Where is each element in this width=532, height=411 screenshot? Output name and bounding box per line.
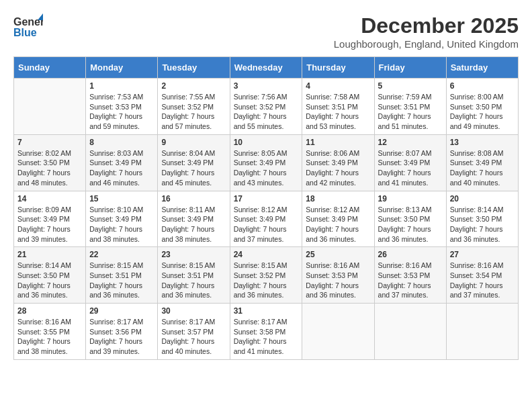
week-row-3: 14Sunrise: 8:09 AMSunset: 3:49 PMDayligh… bbox=[14, 191, 519, 247]
day-number: 22 bbox=[89, 250, 154, 259]
day-cell: 15Sunrise: 8:10 AMSunset: 3:49 PMDayligh… bbox=[86, 191, 158, 247]
day-number: 26 bbox=[378, 250, 443, 259]
day-cell: 24Sunrise: 8:15 AMSunset: 3:52 PMDayligh… bbox=[230, 247, 302, 304]
day-info: Sunrise: 8:14 AMSunset: 3:50 PMDaylight:… bbox=[450, 205, 515, 244]
col-header-thursday: Thursday bbox=[302, 57, 374, 79]
day-number: 3 bbox=[234, 81, 299, 91]
day-cell: 23Sunrise: 8:15 AMSunset: 3:51 PMDayligh… bbox=[158, 247, 230, 304]
day-cell: 12Sunrise: 8:07 AMSunset: 3:49 PMDayligh… bbox=[374, 134, 446, 191]
day-info: Sunrise: 8:17 AMSunset: 3:57 PMDaylight:… bbox=[161, 317, 226, 357]
week-row-1: 1Sunrise: 7:53 AMSunset: 3:53 PMDaylight… bbox=[14, 79, 519, 135]
day-cell: 1Sunrise: 7:53 AMSunset: 3:53 PMDaylight… bbox=[86, 79, 158, 135]
day-info: Sunrise: 8:17 AMSunset: 3:58 PMDaylight:… bbox=[234, 317, 299, 357]
day-cell: 7Sunrise: 8:02 AMSunset: 3:50 PMDaylight… bbox=[14, 134, 86, 191]
day-number: 7 bbox=[17, 138, 82, 147]
title-block: December 2025 Loughborough, England, Uni… bbox=[334, 13, 519, 50]
day-cell: 8Sunrise: 8:03 AMSunset: 3:49 PMDaylight… bbox=[86, 134, 158, 191]
day-cell: 31Sunrise: 8:17 AMSunset: 3:58 PMDayligh… bbox=[230, 304, 302, 360]
day-cell bbox=[446, 304, 518, 360]
day-info: Sunrise: 8:10 AMSunset: 3:49 PMDaylight:… bbox=[89, 205, 154, 244]
day-info: Sunrise: 8:16 AMSunset: 3:53 PMDaylight:… bbox=[306, 261, 370, 300]
day-cell: 10Sunrise: 8:05 AMSunset: 3:49 PMDayligh… bbox=[230, 134, 302, 191]
day-info: Sunrise: 7:53 AMSunset: 3:53 PMDaylight:… bbox=[89, 92, 154, 132]
col-header-friday: Friday bbox=[374, 57, 446, 79]
day-number: 23 bbox=[161, 250, 226, 259]
page-header: General Blue December 2025 Loughborough,… bbox=[13, 13, 519, 50]
day-info: Sunrise: 7:55 AMSunset: 3:52 PMDaylight:… bbox=[161, 92, 226, 132]
day-cell: 19Sunrise: 8:13 AMSunset: 3:50 PMDayligh… bbox=[374, 191, 446, 247]
day-number: 19 bbox=[378, 194, 443, 203]
day-info: Sunrise: 8:02 AMSunset: 3:50 PMDaylight:… bbox=[17, 148, 82, 188]
day-cell: 3Sunrise: 7:56 AMSunset: 3:52 PMDaylight… bbox=[230, 79, 302, 135]
day-number: 24 bbox=[234, 250, 299, 259]
svg-text:General: General bbox=[13, 16, 43, 28]
day-number: 16 bbox=[161, 194, 226, 203]
day-info: Sunrise: 8:04 AMSunset: 3:49 PMDaylight:… bbox=[161, 148, 226, 188]
day-number: 14 bbox=[17, 194, 82, 203]
day-cell: 27Sunrise: 8:16 AMSunset: 3:54 PMDayligh… bbox=[446, 247, 518, 304]
day-number: 25 bbox=[306, 250, 370, 259]
day-info: Sunrise: 8:14 AMSunset: 3:50 PMDaylight:… bbox=[17, 261, 82, 300]
day-info: Sunrise: 7:58 AMSunset: 3:51 PMDaylight:… bbox=[306, 92, 370, 132]
day-info: Sunrise: 8:16 AMSunset: 3:53 PMDaylight:… bbox=[378, 261, 443, 300]
day-cell: 25Sunrise: 8:16 AMSunset: 3:53 PMDayligh… bbox=[302, 247, 374, 304]
day-cell: 30Sunrise: 8:17 AMSunset: 3:57 PMDayligh… bbox=[158, 304, 230, 360]
day-number: 2 bbox=[161, 81, 226, 91]
day-cell: 29Sunrise: 8:17 AMSunset: 3:56 PMDayligh… bbox=[86, 304, 158, 360]
day-info: Sunrise: 8:15 AMSunset: 3:51 PMDaylight:… bbox=[89, 261, 154, 300]
calendar-table: SundayMondayTuesdayWednesdayThursdayFrid… bbox=[13, 56, 519, 360]
day-info: Sunrise: 8:05 AMSunset: 3:49 PMDaylight:… bbox=[234, 148, 299, 188]
svg-text:Blue: Blue bbox=[13, 27, 37, 38]
calendar-body: 1Sunrise: 7:53 AMSunset: 3:53 PMDaylight… bbox=[14, 79, 519, 360]
day-number: 31 bbox=[234, 306, 299, 316]
day-info: Sunrise: 8:15 AMSunset: 3:52 PMDaylight:… bbox=[234, 261, 299, 300]
logo-icon: General Blue bbox=[13, 13, 43, 39]
logo: General Blue bbox=[13, 13, 43, 39]
day-number: 8 bbox=[89, 138, 154, 147]
day-number: 20 bbox=[450, 194, 515, 203]
day-info: Sunrise: 8:06 AMSunset: 3:49 PMDaylight:… bbox=[306, 148, 370, 188]
day-cell: 28Sunrise: 8:16 AMSunset: 3:55 PMDayligh… bbox=[14, 304, 86, 360]
location: Loughborough, England, United Kingdom bbox=[334, 38, 519, 50]
day-info: Sunrise: 8:11 AMSunset: 3:49 PMDaylight:… bbox=[161, 205, 226, 244]
day-number: 12 bbox=[378, 138, 443, 147]
month-title: December 2025 bbox=[334, 13, 519, 38]
day-info: Sunrise: 7:59 AMSunset: 3:51 PMDaylight:… bbox=[378, 92, 443, 132]
day-info: Sunrise: 8:08 AMSunset: 3:49 PMDaylight:… bbox=[450, 148, 515, 188]
day-cell: 13Sunrise: 8:08 AMSunset: 3:49 PMDayligh… bbox=[446, 134, 518, 191]
day-cell: 14Sunrise: 8:09 AMSunset: 3:49 PMDayligh… bbox=[14, 191, 86, 247]
day-cell bbox=[14, 79, 86, 135]
day-number: 28 bbox=[17, 306, 82, 316]
day-cell: 26Sunrise: 8:16 AMSunset: 3:53 PMDayligh… bbox=[374, 247, 446, 304]
day-info: Sunrise: 8:12 AMSunset: 3:49 PMDaylight:… bbox=[234, 205, 299, 244]
day-number: 13 bbox=[450, 138, 515, 147]
day-info: Sunrise: 8:16 AMSunset: 3:54 PMDaylight:… bbox=[450, 261, 515, 300]
day-info: Sunrise: 8:09 AMSunset: 3:49 PMDaylight:… bbox=[17, 205, 82, 244]
day-cell: 9Sunrise: 8:04 AMSunset: 3:49 PMDaylight… bbox=[158, 134, 230, 191]
day-info: Sunrise: 8:16 AMSunset: 3:55 PMDaylight:… bbox=[17, 317, 82, 357]
week-row-5: 28Sunrise: 8:16 AMSunset: 3:55 PMDayligh… bbox=[14, 304, 519, 360]
day-number: 4 bbox=[306, 81, 370, 91]
day-cell: 16Sunrise: 8:11 AMSunset: 3:49 PMDayligh… bbox=[158, 191, 230, 247]
day-number: 21 bbox=[17, 250, 82, 259]
day-cell: 20Sunrise: 8:14 AMSunset: 3:50 PMDayligh… bbox=[446, 191, 518, 247]
col-header-saturday: Saturday bbox=[446, 57, 518, 79]
week-row-2: 7Sunrise: 8:02 AMSunset: 3:50 PMDaylight… bbox=[14, 134, 519, 191]
day-number: 15 bbox=[89, 194, 154, 203]
day-number: 29 bbox=[89, 306, 154, 316]
day-number: 11 bbox=[306, 138, 370, 147]
day-number: 30 bbox=[161, 306, 226, 316]
day-number: 1 bbox=[89, 81, 154, 91]
day-cell: 2Sunrise: 7:55 AMSunset: 3:52 PMDaylight… bbox=[158, 79, 230, 135]
day-cell: 22Sunrise: 8:15 AMSunset: 3:51 PMDayligh… bbox=[86, 247, 158, 304]
day-info: Sunrise: 7:56 AMSunset: 3:52 PMDaylight:… bbox=[234, 92, 299, 132]
day-number: 18 bbox=[306, 194, 370, 203]
day-info: Sunrise: 8:00 AMSunset: 3:50 PMDaylight:… bbox=[450, 92, 515, 132]
day-cell: 17Sunrise: 8:12 AMSunset: 3:49 PMDayligh… bbox=[230, 191, 302, 247]
day-cell bbox=[374, 304, 446, 360]
day-number: 5 bbox=[378, 81, 443, 91]
day-info: Sunrise: 8:17 AMSunset: 3:56 PMDaylight:… bbox=[89, 317, 154, 357]
day-info: Sunrise: 8:13 AMSunset: 3:50 PMDaylight:… bbox=[378, 205, 443, 244]
day-cell: 11Sunrise: 8:06 AMSunset: 3:49 PMDayligh… bbox=[302, 134, 374, 191]
col-header-monday: Monday bbox=[86, 57, 158, 79]
